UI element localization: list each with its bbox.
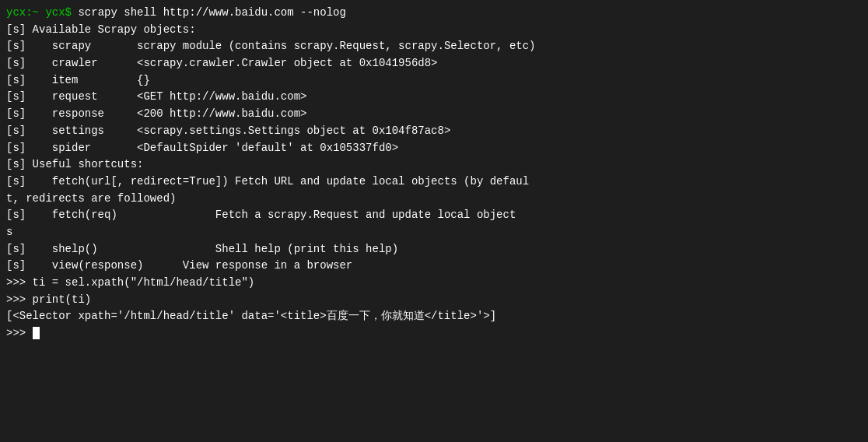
- cursor: [33, 327, 40, 339]
- view-shortcut: [s] view(response) View response in a br…: [6, 258, 862, 275]
- scrapy-object: [s] scrapy scrapy module (contains scrap…: [6, 38, 862, 55]
- repl-prompt-final: >>>: [6, 327, 33, 339]
- repl-prompt-end[interactable]: >>>: [6, 325, 862, 342]
- fetch-req-cont: s: [6, 224, 862, 241]
- available-objects-header: [s] Available Scrapy objects:: [6, 22, 862, 39]
- repl-output: [<Selector xpath='/html/head/title' data…: [6, 308, 862, 325]
- settings-object: [s] settings <scrapy.settings.Settings o…: [6, 123, 862, 140]
- response-object: [s] response <200 http://www.baidu.com>: [6, 106, 862, 123]
- useful-shortcuts-header: [s] Useful shortcuts:: [6, 156, 862, 174]
- command-text: scrapy shell http://www.baidu.com --nolo…: [78, 6, 345, 19]
- repl-prompt-2: >>>: [6, 293, 33, 306]
- fetch-req-shortcut: [s] fetch(req) Fetch a scrapy.Request an…: [6, 207, 862, 224]
- command-line: ycx:~ ycx$ scrapy shell http://www.baidu…: [6, 5, 862, 22]
- prompt: ycx:~ ycx$: [6, 6, 78, 19]
- spider-object: [s] spider <DefaultSpider 'default' at 0…: [6, 140, 862, 157]
- request-object: [s] request <GET http://www.baidu.com>: [6, 89, 862, 106]
- repl-input-1: ti = sel.xpath("/html/head/title"): [33, 276, 255, 289]
- item-object: [s] item {}: [6, 72, 862, 89]
- repl-cmd1: >>> ti = sel.xpath("/html/head/title"): [6, 275, 862, 292]
- fetch-url-cont: t, redirects are followed): [6, 191, 862, 208]
- repl-cmd2: >>> print(ti): [6, 292, 862, 309]
- terminal-window: ycx:~ ycx$ scrapy shell http://www.baidu…: [0, 0, 868, 442]
- crawler-object: [s] crawler <scrapy.crawler.Crawler obje…: [6, 55, 862, 72]
- repl-prompt-1: >>>: [6, 276, 33, 289]
- fetch-url-shortcut: [s] fetch(url[, redirect=True]) Fetch UR…: [6, 174, 862, 191]
- shelp-shortcut: [s] shelp() Shell help (print this help): [6, 241, 862, 258]
- repl-input-2: print(ti): [33, 293, 92, 306]
